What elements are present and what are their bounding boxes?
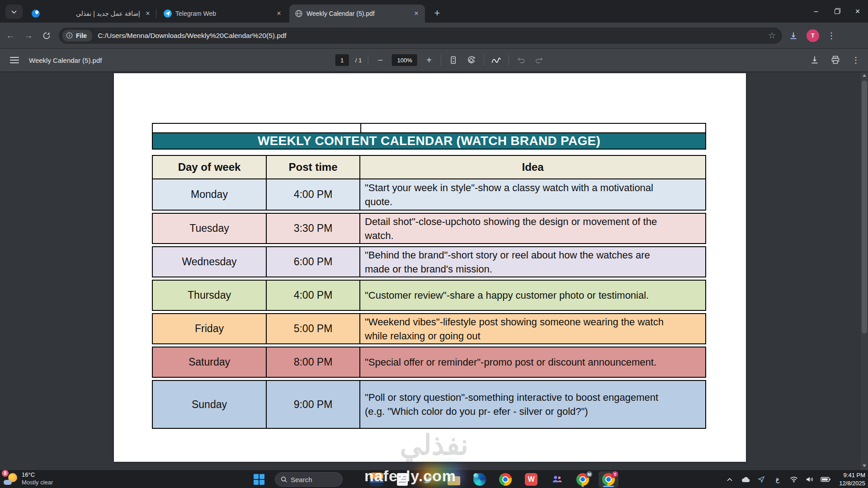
omnibox[interactable]: File C:/Users/Menna/Downloads/Weekly%20C… <box>59 28 782 44</box>
people-icon <box>551 474 563 485</box>
people-app-button[interactable] <box>547 471 567 488</box>
browser-tab-strip: إضافة عمل جديد | نفذلي × Telegram Web × … <box>0 0 868 23</box>
tab-search-button[interactable] <box>5 5 23 19</box>
globe-favicon <box>295 9 303 18</box>
weather-condition: Mostly clear <box>22 479 53 487</box>
language-indicator[interactable]: ع <box>776 476 779 483</box>
day-cell: Tuesday <box>153 214 267 243</box>
vertical-scrollbar[interactable] <box>861 71 868 470</box>
browser-address-bar: ← → File C:/Users/Menna/Downloads/Weekly… <box>0 23 868 49</box>
scroll-down-icon[interactable] <box>863 465 866 467</box>
window-controls: – × <box>806 0 868 23</box>
onedrive-button[interactable] <box>741 477 750 483</box>
calendar-row-monday: Monday4:00 PM"Start your week in style"-… <box>152 179 706 211</box>
day-cell: Thursday <box>153 281 267 310</box>
tray-overflow-button[interactable] <box>725 478 735 481</box>
tab-close-icon[interactable]: × <box>144 9 152 18</box>
running-indicator <box>581 486 584 487</box>
file-scheme-chip[interactable]: File <box>62 30 92 42</box>
idea-cell: "Behind the brand"-short story or reel a… <box>360 247 705 277</box>
chrome-profile-m-button[interactable]: M <box>573 471 593 488</box>
tab-telegram[interactable]: Telegram Web × <box>158 5 288 23</box>
pdf-page: WEEKLY CONTENT CALENDAR (WATCH BRAND PAG… <box>114 73 746 462</box>
info-icon <box>66 32 73 39</box>
forward-button[interactable]: → <box>21 28 36 43</box>
window-maximize-button[interactable] <box>826 0 847 23</box>
tab-nafezly[interactable]: إضافة عمل جديد | نفذلي × <box>26 5 156 23</box>
time-cell: 3:30 PM <box>267 214 360 243</box>
reload-button[interactable] <box>39 28 54 43</box>
time-cell: 5:00 PM <box>267 314 360 343</box>
fit-to-page-button[interactable] <box>448 54 459 66</box>
speaker-icon <box>806 476 814 483</box>
active-running-indicator <box>603 486 614 487</box>
tab-close-icon[interactable]: × <box>412 9 420 18</box>
undo-icon <box>517 56 526 64</box>
tab-weekly-calendar-pdf[interactable]: Weekly Calendar (5).pdf × <box>289 5 425 23</box>
wifi-button[interactable] <box>789 476 799 483</box>
new-tab-button[interactable]: + <box>430 6 444 20</box>
download-icon[interactable] <box>810 56 819 65</box>
file-chip-label: File <box>76 32 87 39</box>
pdf-menu-icon[interactable] <box>10 57 19 63</box>
redo-icon <box>535 56 544 64</box>
toolbar-divider <box>368 55 368 66</box>
edge-app-button[interactable] <box>470 471 490 488</box>
zoom-in-button[interactable]: + <box>424 55 434 66</box>
taskbar-clock[interactable]: 9:41 PM 12/8/2025 <box>839 471 865 487</box>
time-cell: 8:00 PM <box>267 347 360 377</box>
search-label: Search <box>291 476 312 483</box>
idea-cell: "Weekend vibes"-lifestyle post showing s… <box>360 314 705 343</box>
calendar-row-tuesday: Tuesday3:30 PMDetail shot"-close-upchoto… <box>152 213 706 244</box>
tray-date: 12/8/2025 <box>839 479 865 488</box>
profile-avatar[interactable]: T <box>807 29 819 42</box>
battery-button[interactable] <box>821 477 830 482</box>
tab-close-icon[interactable]: × <box>275 9 283 18</box>
url-text[interactable]: C:/Users/Menna/Downloads/Weekly%20Calend… <box>98 32 768 40</box>
scrollbar-thumb[interactable] <box>862 80 867 333</box>
profile-m-badge: M <box>586 471 593 478</box>
windows-logo-icon <box>254 474 264 485</box>
browser-menu-button[interactable]: ⋮ <box>827 31 835 41</box>
chevron-up-icon <box>727 478 732 481</box>
watermark-site: nafezly.com <box>364 467 456 485</box>
bookmark-star-icon[interactable]: ☆ <box>768 30 776 41</box>
zoom-out-button[interactable]: − <box>375 55 386 66</box>
page-number-input[interactable]: 1 <box>335 54 349 66</box>
column-header-day: Day of week <box>153 156 267 178</box>
taskbar-search-box[interactable]: Search <box>275 472 343 487</box>
volume-button[interactable] <box>805 476 815 483</box>
zoom-level-input[interactable]: 100% <box>392 54 417 66</box>
weather-icon: 8 <box>4 472 18 486</box>
window-close-button[interactable]: × <box>847 0 868 23</box>
toolbar-divider <box>441 55 441 66</box>
annotate-button[interactable] <box>491 54 502 66</box>
window-minimize-button[interactable]: – <box>806 0 826 23</box>
redo-button[interactable] <box>533 54 545 66</box>
wps-icon: W <box>525 473 538 486</box>
downloads-icon[interactable] <box>788 31 798 41</box>
rotate-button[interactable] <box>466 54 477 66</box>
chrome-profile-t-button[interactable]: T <box>599 471 618 488</box>
calendar-title-bar: WEEKLY CONTENT CALENDAR (WATCH BRAND PAG… <box>152 132 706 150</box>
weather-widget[interactable]: 8 16°C Mostly clear <box>4 471 53 487</box>
wps-app-button[interactable]: W <box>521 471 541 488</box>
undo-button[interactable] <box>515 54 527 66</box>
scroll-up-icon[interactable] <box>863 74 866 77</box>
calendar-row-thursday: Thursday4:00 PM"Customer review"-share a… <box>152 280 706 311</box>
fit-page-icon <box>449 56 458 65</box>
chrome-app-button[interactable] <box>495 471 515 488</box>
profile-t-badge: T <box>612 471 618 478</box>
location-arrow-icon <box>758 476 765 483</box>
start-button[interactable] <box>249 471 269 488</box>
time-cell: 9:00 PM <box>267 381 360 428</box>
tab-title: Telegram Web <box>175 10 271 17</box>
idea-cell: "Special offer or reminder"-promo post o… <box>360 347 705 377</box>
back-button[interactable]: ← <box>3 28 18 43</box>
pdf-more-options-button[interactable]: ⋮ <box>852 55 860 65</box>
rotate-icon <box>467 56 476 65</box>
print-icon[interactable] <box>831 56 840 65</box>
idea-cell: "Customer review"-share a happy customer… <box>360 281 705 310</box>
location-indicator[interactable] <box>756 476 766 483</box>
edge-icon <box>473 473 486 486</box>
